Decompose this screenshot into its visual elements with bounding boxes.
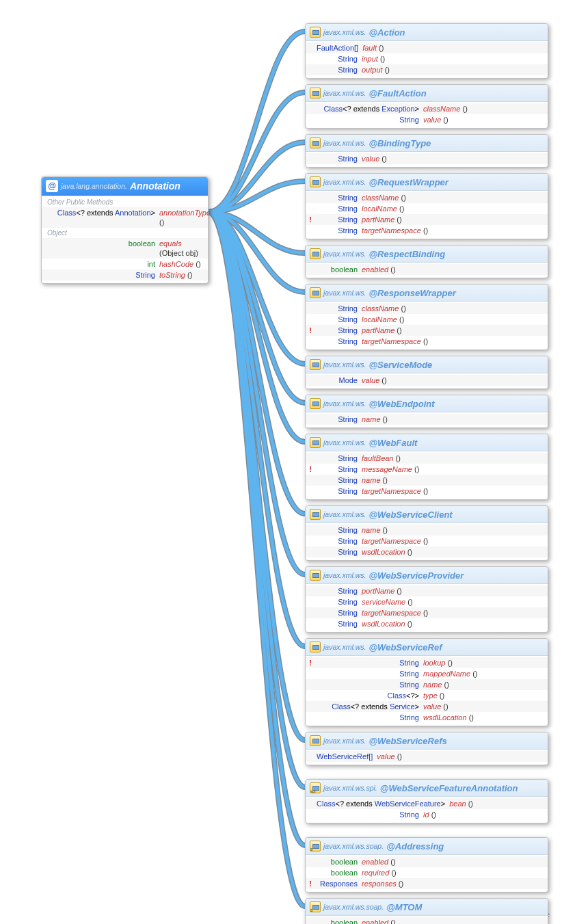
card-classname: @WebEndpoint: [369, 399, 434, 409]
package-icon: [310, 88, 321, 98]
member-return-type: String: [317, 414, 358, 424]
member-return-type: String: [317, 226, 358, 235]
member-name: input (): [362, 54, 542, 64]
member-return-type: String: [53, 270, 155, 280]
card-header: javax.xml.ws.soap.@Addressing: [306, 838, 548, 855]
member-row: String wsdlLocation (): [306, 618, 548, 629]
card-package: javax.xml.ws.soap.: [323, 903, 384, 911]
member-name: value (): [362, 154, 542, 163]
member-return-type: boolean: [53, 239, 155, 248]
member-return-type: String: [317, 54, 358, 64]
member-return-type: String: [317, 608, 358, 618]
annotation-card: javax.xml.ws.soap.@Addressing boolean en…: [305, 837, 548, 893]
member-return-type: Responses: [317, 879, 358, 888]
member-return-type: String: [317, 597, 358, 607]
package-icon: [310, 570, 321, 581]
member-row: String output (): [306, 64, 548, 75]
section-other-public: Other Public Methods: [42, 197, 208, 207]
member-name: name (): [362, 525, 542, 535]
member-name: className (): [362, 304, 542, 313]
card-body: String faultBean () ! String messageName…: [306, 451, 548, 499]
member-return-type: String: [317, 486, 358, 496]
card-classname: @ResponseWrapper: [369, 288, 455, 298]
card-header: javax.xml.ws.@BindingType: [306, 135, 548, 152]
card-classname: @RequestWrapper: [369, 177, 448, 187]
member-row: boolean equals (Object obj): [42, 238, 208, 259]
package-icon: [310, 176, 321, 187]
member-row: ! String partName (): [306, 325, 548, 336]
card-classname: @WebServiceFeatureAnnotation: [380, 783, 518, 793]
member-row: String targetNamespace (): [306, 536, 548, 546]
card-package: javax.xml.ws.: [323, 571, 366, 579]
member-marker: !: [308, 215, 312, 224]
card-header: javax.xml.ws.@FaultAction: [306, 85, 548, 102]
package-icon: [310, 735, 321, 746]
member-name: targetNamespace (): [362, 226, 542, 235]
package-icon: [310, 398, 321, 409]
annotation-card: javax.xml.ws.@BindingType String value (…: [305, 134, 548, 168]
member-return-type: String: [317, 547, 358, 557]
member-return-type: String: [317, 586, 358, 596]
annotation-card: javax.xml.ws.@Action FaultAction[] fault…: [305, 23, 548, 79]
card-package: javax.xml.ws.: [323, 737, 366, 745]
member-row: String input (): [306, 53, 548, 64]
member-row: ! String lookup (): [306, 657, 548, 668]
member-return-type: String: [317, 713, 419, 722]
card-classname: @Action: [369, 27, 405, 38]
member-name: id (): [423, 810, 542, 819]
card-body: String className () String localName () …: [306, 191, 548, 239]
card-package: javax.xml.ws.: [323, 643, 366, 651]
member-name: annotationType (): [159, 208, 211, 227]
card-classname: @RespectBinding: [369, 249, 445, 259]
annotation-card: javax.xml.ws.@WebServiceClient String na…: [305, 505, 548, 561]
member-name: name (): [362, 414, 542, 424]
member-name: wsdlLocation (): [362, 547, 542, 557]
card-classname: @WebServiceRefs: [369, 736, 446, 746]
member-row: boolean required (): [306, 867, 548, 878]
member-name: targetNamespace (): [362, 536, 542, 546]
member-row: String localName (): [306, 314, 548, 325]
member-name: fault (): [362, 43, 542, 53]
card-header: javax.xml.ws.spi.@WebServiceFeatureAnnot…: [306, 780, 548, 797]
member-name: responses (): [362, 879, 542, 888]
card-body: FaultAction[] fault () String input () S…: [306, 41, 548, 78]
member-return-type: String: [317, 304, 358, 313]
card-classname: @ServiceMode: [369, 360, 432, 370]
member-name: localName (): [362, 204, 542, 213]
card-classname: @BindingType: [369, 138, 431, 148]
member-name: equals (Object obj): [159, 239, 202, 258]
member-return-type: boolean: [317, 868, 358, 877]
card-classname: @WebServiceProvider: [369, 570, 464, 581]
member-row: String wsdlLocation (): [306, 712, 548, 723]
card-classname: @WebFault: [369, 438, 417, 448]
card-package: javax.xml.ws.: [323, 289, 366, 297]
package-icon: [310, 901, 321, 912]
package-icon: [310, 359, 321, 370]
card-header: javax.xml.ws.soap.@MTOM: [306, 899, 548, 916]
annotation-card: javax.xml.ws.@ServiceMode Mode value (): [305, 356, 548, 389]
member-name: hashCode (): [159, 259, 202, 269]
member-name: serviceName (): [362, 597, 542, 607]
member-return-type: Class<?>: [317, 691, 419, 700]
member-name: enabled (): [362, 918, 542, 924]
member-name: value (): [362, 375, 542, 385]
annotation-card: javax.xml.ws.@WebServiceProvider String …: [305, 566, 548, 633]
package-icon: [310, 27, 321, 38]
member-return-type: WebServiceRef[]: [317, 752, 373, 761]
member-marker: !: [308, 879, 312, 888]
member-return-type: String: [317, 204, 358, 213]
card-header: javax.xml.ws.@ResponseWrapper: [306, 285, 548, 302]
member-row: boolean enabled (): [306, 917, 548, 924]
member-name: mappedName (): [423, 669, 542, 678]
member-row: String portName (): [306, 585, 548, 596]
annotation-card: javax.xml.ws.soap.@MTOM boolean enabled …: [305, 898, 548, 924]
member-return-type: String: [317, 326, 358, 335]
card-body: boolean enabled (): [306, 263, 548, 278]
card-header: javax.xml.ws.@WebFault: [306, 434, 548, 451]
member-name: wsdlLocation (): [362, 619, 542, 629]
card-classname: @WebServiceClient: [369, 510, 452, 520]
member-name: targetNamespace (): [362, 486, 542, 496]
member-return-type: boolean: [317, 857, 358, 867]
member-name: value (): [423, 702, 542, 711]
card-header: javax.xml.ws.@WebServiceRef: [306, 639, 548, 656]
